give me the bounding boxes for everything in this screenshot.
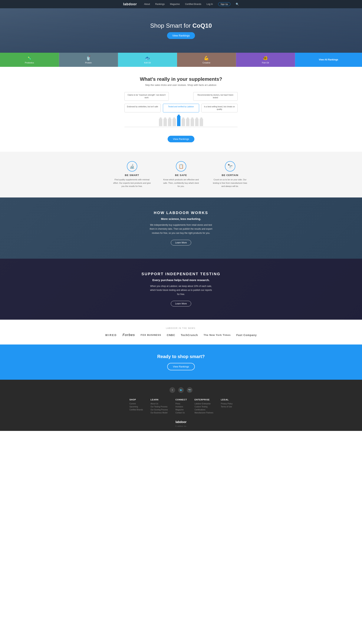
supplements-heading: What's really in your supplements? [4,76,358,82]
cta-heading: Ready to shop smart? [4,354,358,359]
bottle-7 [186,118,190,126]
footer-learn-scoring[interactable]: Our Scoring Process [150,409,168,411]
navigation: labdoor About Rankings Magazine Certifie… [0,0,362,8]
footer-col-connect: CONNECT Press Investors Magazine Contact… [175,398,187,415]
support-learn-more-button[interactable]: Learn More [171,301,191,306]
bottle-4 [172,118,176,126]
footer-enterprise-mfr[interactable]: Manufacturer Partners [195,412,214,414]
footer-learn-testing[interactable]: Our Testing Process [150,406,168,408]
be-safe-desc: Know which products are effective and sa… [162,178,200,188]
view-all-rankings[interactable]: View All Rankings [295,53,362,67]
fish-oil-label: Fish Oil [262,62,269,64]
news-logo-forbes: Forbes [123,333,135,337]
how-learn-more-button[interactable]: Learn More [171,240,191,246]
bottle-9 [195,118,199,126]
footer-connect-magazine[interactable]: Magazine [175,409,187,411]
facebook-icon[interactable]: f [169,387,175,393]
footer-learn-about[interactable]: About Us [150,403,168,405]
view-rankings-button[interactable]: View Rankings [168,136,194,142]
category-probiotics[interactable]: 🦠 Probiotics [0,53,59,67]
be-certain-title: BE CERTAIN [211,174,249,176]
fish-oil-icon: 🐠 [263,56,268,60]
news-logo-fox: FOX BUSINESS [141,334,161,336]
twitter-icon[interactable]: 🐦 [178,387,184,393]
creatine-label: Creatine [203,62,210,64]
protein-label: Protein [85,62,92,64]
nav-link-certified[interactable]: Certified Brands [185,3,201,6]
diag-box-doctors: Recommended by doctors, but hasn't been … [193,92,238,101]
nav-link-magazine[interactable]: Magazine [170,3,180,6]
footer-shop-certified[interactable]: Certified Brands [129,409,143,411]
footer-col-shop: SHOP Current Upcoming Certified Brands [129,398,143,415]
news-logo-techcrunch: TechCrunch [181,334,198,336]
diag-box-bestselling: Is a best-selling brand, but cheats on q… [201,104,238,112]
diagram-area: Claims to be "maximum strength", but doe… [124,92,238,127]
be-smart-title: BE SMART [113,174,151,176]
supplements-subheading: Skip the sales tricks and user reviews. … [4,84,358,86]
bottle-row [124,114,238,127]
krill-oil-icon: 🐟 [145,56,150,60]
footer-logo: labdoor [4,420,358,424]
cta-section: Ready to shop smart? View Rankings [0,344,362,380]
why-section: 🔬 BE SMART Find quality supplements with… [0,152,362,198]
hero-cta-button[interactable]: View Rankings [167,32,195,39]
footer-connect-investors[interactable]: Investors [175,406,187,408]
be-smart-desc: Find quality supplements with minimal ef… [113,178,151,188]
why-item-smart: 🔬 BE SMART Find quality supplements with… [113,161,151,188]
support-body: When you shop at Labdoor, we keep about … [149,284,213,296]
bottle-3 [168,118,171,126]
diag-box-verified: Tested and verified by Labdoor [163,104,199,112]
news-section: LABDOOR IN THE NEWS: WIRED Forbes FOX BU… [0,320,362,344]
support-heading: SUPPORT INDEPENDENT TESTING [4,272,358,276]
footer-learn-business[interactable]: Our Business Model [150,412,168,414]
how-subheading: More science, less marketing. [4,217,358,220]
signup-button[interactable]: Sign Up [218,2,230,6]
footer-connect-contact[interactable]: Contact Us [175,412,187,414]
footer-copyright: © Labdoor, Inc. [4,425,358,427]
footer-enterprise-cert[interactable]: Certifications [195,409,214,411]
news-logo-nyt: The New York Times [204,334,231,336]
footer-shop-current[interactable]: Current [129,403,143,405]
news-logo-wired: WIRED [105,334,117,336]
cta-view-rankings-button[interactable]: View Rankings [167,363,195,370]
category-krill-oil[interactable]: 🐟 Krill Oil [118,53,177,67]
news-label: LABDOOR IN THE NEWS: [4,327,358,329]
nav-logo[interactable]: labdoor [123,2,137,6]
bottle-10 [200,118,203,126]
footer-shop-upcoming[interactable]: Upcoming [129,406,143,408]
footer-col-learn: LEARN About Us Our Testing Process Our S… [150,398,168,415]
why-item-safe: 📋 BE SAFE Know which products are effect… [162,161,200,188]
how-body: We independently buy supplements from re… [149,223,213,235]
footer-enterprise-custom[interactable]: Custom Testing [195,406,214,408]
category-bar: 🦠 Probiotics 🥤 Protein 🐟 Krill Oil 💪 Cre… [0,53,362,67]
nav-link-rankings[interactable]: Rankings [155,3,164,6]
be-safe-icon: 📋 [176,161,186,172]
news-logo-cnbc: CNBC [167,334,175,336]
search-icon[interactable]: 🔍 [236,3,239,6]
diag-box-max-strength: Claims to be "maximum strength", but doe… [124,92,169,101]
bottle-6 [182,118,185,126]
instagram-icon[interactable]: 📷 [187,387,193,393]
footer-legal-terms[interactable]: Terms of Use [221,406,233,408]
category-fish-oil[interactable]: 🐠 Fish Oil [236,53,295,67]
creatine-icon: 💪 [204,56,209,60]
nav-link-login[interactable]: Log In [207,3,213,6]
be-certain-icon: 🔭 [225,161,235,172]
bottle-featured [177,116,180,126]
support-subheading: Every purchase helps fund more research. [4,278,358,282]
footer-col-legal: LEGAL Privacy Policy Terms of Use [221,398,233,415]
nav-link-about[interactable]: About [144,3,150,6]
category-creatine[interactable]: 💪 Creatine [177,53,236,67]
bottle-1 [159,118,162,126]
news-logo-fastcompany: Fast Company [236,334,257,336]
probiotics-label: Probiotics [25,62,34,64]
category-protein[interactable]: 🥤 Protein [59,53,118,67]
footer-col-enterprise: ENTERPRISE Labdoor Enterprise Custom Tes… [195,398,214,415]
why-item-certain: 🔭 BE CERTAIN Count on us to be on your s… [211,161,249,188]
footer-legal-privacy[interactable]: Privacy Policy [221,403,233,405]
supplements-section: What's really in your supplements? Skip … [0,67,362,152]
footer-connect-press[interactable]: Press [175,403,187,405]
be-smart-icon: 🔬 [127,161,137,172]
bottle-8 [191,118,194,126]
footer-enterprise-labdoor[interactable]: Labdoor Enterprise [195,403,214,405]
